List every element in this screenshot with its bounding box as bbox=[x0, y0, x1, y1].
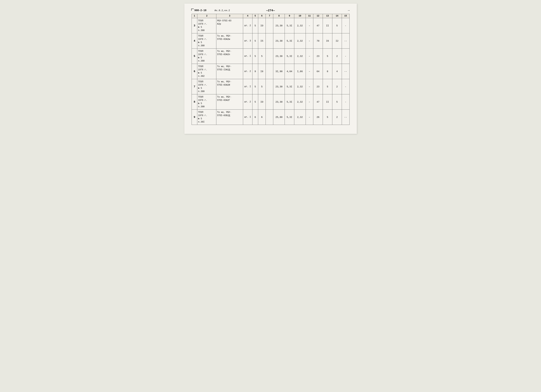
header-col-9: 9 bbox=[285, 14, 294, 18]
table-cell: – bbox=[306, 94, 313, 110]
table-cell: I,86 bbox=[294, 64, 306, 79]
table-cell: шт. I bbox=[243, 110, 252, 125]
table-cell: I5 bbox=[258, 33, 265, 49]
table-cell: шт. I bbox=[243, 49, 252, 64]
table-cell: То же, РБУ-5ТОI–03А2Г bbox=[216, 94, 243, 110]
table-cell: – bbox=[306, 49, 313, 64]
table-cell: 8 bbox=[192, 94, 197, 110]
table-cell: 5,3I bbox=[285, 18, 294, 33]
table-cell: - bbox=[342, 18, 349, 33]
table-cell: ТПЭП1976 г.№ 5п.380 bbox=[197, 33, 216, 49]
table-cell: шт. I bbox=[243, 79, 252, 94]
header-col-15: 15 bbox=[342, 14, 349, 18]
table-cell: - bbox=[342, 94, 349, 110]
page-number: —274— bbox=[266, 9, 275, 12]
table-cell: 2,32 bbox=[294, 33, 306, 49]
table-cell: 47 bbox=[313, 94, 323, 110]
table-cell: 5 bbox=[258, 79, 265, 94]
table-cell: II bbox=[323, 94, 332, 110]
table-cell: 23,30 bbox=[273, 79, 285, 94]
table-row: 5ТПЭП1976 г.№ 5п.380То же, РБУ-5ТОI–03А2… bbox=[192, 49, 349, 64]
table-cell: 5 bbox=[323, 79, 332, 94]
header-col-11: 11 bbox=[306, 14, 313, 18]
table-cell: ТПЭП1976 г.№ 5п.300 bbox=[197, 94, 216, 110]
table-cell: 47 bbox=[313, 18, 323, 33]
table-cell: 5,3I bbox=[285, 110, 294, 125]
header-col-14: 14 bbox=[332, 14, 342, 18]
table-cell: 6 bbox=[252, 110, 258, 125]
table-cell: - bbox=[342, 49, 349, 64]
table-cell: – bbox=[306, 110, 313, 125]
table-cell: ТПЭП1976 г.№ 5п.38I bbox=[197, 110, 216, 125]
table-cell: 5 bbox=[323, 49, 332, 64]
page-ref: Ах.8.2,кн.2 bbox=[215, 9, 230, 12]
header-col-3: 3 bbox=[216, 14, 243, 18]
table-cell bbox=[266, 18, 273, 33]
table-cell: ТПЭП1976 г.№ 5п.380 bbox=[197, 18, 216, 33]
header-col-7: 7 bbox=[266, 14, 273, 18]
page-header: 908-2-18 Ах.8.2,кн.2 —274— → bbox=[192, 9, 350, 12]
table-cell: 5 bbox=[252, 94, 258, 110]
header-col-4: 4 bbox=[243, 14, 252, 18]
corner-arrow-icon: → bbox=[348, 9, 350, 12]
table-cell: 5 bbox=[332, 18, 342, 33]
table-cell: IO bbox=[258, 94, 265, 110]
table-cell: шт. 2 bbox=[243, 64, 252, 79]
table-cell: 64 bbox=[313, 64, 323, 79]
table-cell: 23,30 bbox=[273, 94, 285, 110]
header-col-6: 6 bbox=[258, 14, 265, 18]
table-cell: -- bbox=[342, 64, 349, 79]
header-col-10: 10 bbox=[294, 14, 306, 18]
table-cell: 23,30 bbox=[273, 49, 285, 64]
table-cell: 26 bbox=[313, 110, 323, 125]
header-col-2: 2 bbox=[197, 14, 216, 18]
table-cell: 5,3I bbox=[285, 49, 294, 64]
table-cell: То же, РБУ-5ТОI–03А2м bbox=[216, 33, 243, 49]
table-cell: 5,3I bbox=[285, 79, 294, 94]
table-cell: То же, РБУ-5ТОI–03Б2Д bbox=[216, 110, 243, 125]
table-cell: 4,04 bbox=[285, 64, 294, 79]
table-cell: 5 bbox=[252, 49, 258, 64]
table-cell: 23,30 bbox=[273, 18, 285, 33]
table-cell: 5,3I bbox=[285, 33, 294, 49]
table-cell: 4 bbox=[332, 64, 342, 79]
table-cell: 23 bbox=[313, 49, 323, 64]
table-cell: I2 bbox=[332, 33, 342, 49]
table-cell: 5 bbox=[252, 79, 258, 94]
table-cell: 23 bbox=[313, 79, 323, 94]
table-cell: 2,32 bbox=[294, 110, 306, 125]
table-cell: РБУ-5ТОI–03А2р bbox=[216, 18, 243, 33]
table-row: 6ТПЭП1976 г.№ 5п.382То же, РБУ-5ТОI–I3А2… bbox=[192, 64, 349, 79]
table-cell: 5 bbox=[258, 49, 265, 64]
main-table: 1 2 3 4 5 6 7 8 9 10 11 12 13 14 15 3ТПЭ… bbox=[192, 14, 350, 125]
table-cell: - bbox=[342, 79, 349, 94]
table-cell: 4 bbox=[192, 33, 197, 49]
table-cell: 2,32 bbox=[294, 94, 306, 110]
table-cell: IO bbox=[258, 18, 265, 33]
table-cell bbox=[266, 33, 273, 49]
header-col-13: 13 bbox=[323, 14, 332, 18]
table-cell: – bbox=[306, 33, 313, 49]
table-cell: ТПЭП1976 г.№ 5п.382 bbox=[197, 64, 216, 79]
table-cell: 5 bbox=[332, 94, 342, 110]
table-cell bbox=[266, 64, 273, 79]
table-cell bbox=[266, 94, 273, 110]
table-row: 4ТПЭП1976 г.№ 5п.380То же, РБУ-5ТОI–03А2… bbox=[192, 33, 349, 49]
table-cell: 2,32 bbox=[294, 79, 306, 94]
table-cell bbox=[266, 79, 273, 94]
table-cell: I8 bbox=[258, 64, 265, 79]
table-cell: 25,80 bbox=[273, 110, 285, 125]
table-row: 9ТПЭП1976 г.№ 5п.38IТо же, РБУ-5ТОI–03Б2… bbox=[192, 110, 349, 125]
table-cell: 5 bbox=[252, 33, 258, 49]
table-cell: 6 bbox=[192, 64, 197, 79]
table-row: 3ТПЭП1976 г.№ 5п.380РБУ-5ТОI–03А2ршт. 25… bbox=[192, 18, 349, 33]
table-cell: – bbox=[306, 18, 313, 33]
table-cell: 2,32 bbox=[294, 49, 306, 64]
table-cell: шт. 2 bbox=[243, 18, 252, 33]
table-cell: То же, РБУ-5ТОI–03А2И bbox=[216, 79, 243, 94]
table-cell: То же, РБУ-5ТОI–03А2п bbox=[216, 49, 243, 64]
table-cell: – bbox=[306, 79, 313, 94]
table-cell: 5 bbox=[192, 49, 197, 64]
page-code: 908-2-18 bbox=[194, 9, 207, 12]
table-cell: 2 bbox=[332, 49, 342, 64]
